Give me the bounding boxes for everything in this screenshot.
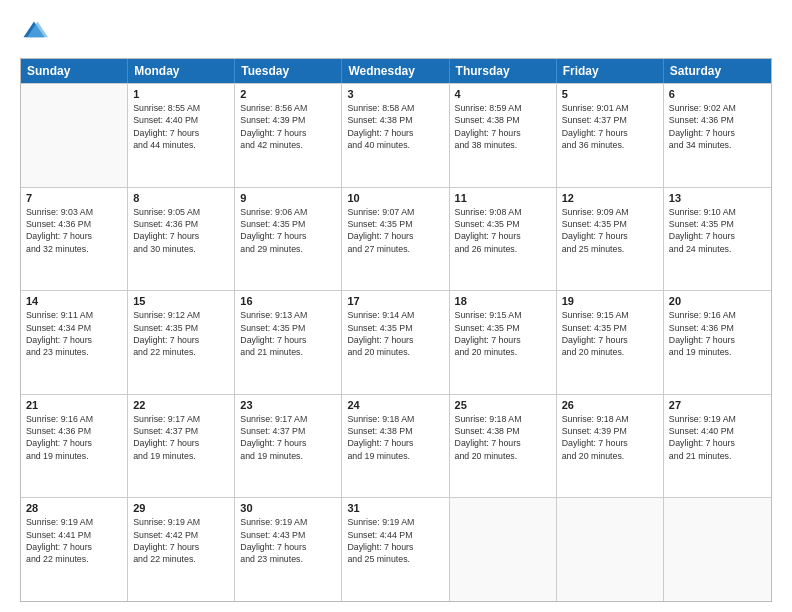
day-info: Sunrise: 8:55 AMSunset: 4:40 PMDaylight:… bbox=[133, 102, 229, 151]
weekday-header-tuesday: Tuesday bbox=[235, 59, 342, 83]
day-cell-3: 3Sunrise: 8:58 AMSunset: 4:38 PMDaylight… bbox=[342, 84, 449, 187]
day-info: Sunrise: 9:02 AMSunset: 4:36 PMDaylight:… bbox=[669, 102, 766, 151]
day-cell-12: 12Sunrise: 9:09 AMSunset: 4:35 PMDayligh… bbox=[557, 188, 664, 291]
day-info: Sunrise: 9:19 AMSunset: 4:41 PMDaylight:… bbox=[26, 516, 122, 565]
day-info: Sunrise: 9:05 AMSunset: 4:36 PMDaylight:… bbox=[133, 206, 229, 255]
day-info: Sunrise: 9:15 AMSunset: 4:35 PMDaylight:… bbox=[455, 309, 551, 358]
day-info: Sunrise: 9:11 AMSunset: 4:34 PMDaylight:… bbox=[26, 309, 122, 358]
day-cell-21: 21Sunrise: 9:16 AMSunset: 4:36 PMDayligh… bbox=[21, 395, 128, 498]
day-number: 5 bbox=[562, 88, 658, 100]
day-number: 3 bbox=[347, 88, 443, 100]
day-cell-23: 23Sunrise: 9:17 AMSunset: 4:37 PMDayligh… bbox=[235, 395, 342, 498]
day-cell-1: 1Sunrise: 8:55 AMSunset: 4:40 PMDaylight… bbox=[128, 84, 235, 187]
day-cell-31: 31Sunrise: 9:19 AMSunset: 4:44 PMDayligh… bbox=[342, 498, 449, 601]
day-cell-16: 16Sunrise: 9:13 AMSunset: 4:35 PMDayligh… bbox=[235, 291, 342, 394]
day-cell-28: 28Sunrise: 9:19 AMSunset: 4:41 PMDayligh… bbox=[21, 498, 128, 601]
day-info: Sunrise: 9:16 AMSunset: 4:36 PMDaylight:… bbox=[26, 413, 122, 462]
weekday-header-saturday: Saturday bbox=[664, 59, 771, 83]
day-cell-27: 27Sunrise: 9:19 AMSunset: 4:40 PMDayligh… bbox=[664, 395, 771, 498]
day-info: Sunrise: 9:16 AMSunset: 4:36 PMDaylight:… bbox=[669, 309, 766, 358]
weekday-header-thursday: Thursday bbox=[450, 59, 557, 83]
day-number: 19 bbox=[562, 295, 658, 307]
day-info: Sunrise: 9:03 AMSunset: 4:36 PMDaylight:… bbox=[26, 206, 122, 255]
day-number: 27 bbox=[669, 399, 766, 411]
day-cell-6: 6Sunrise: 9:02 AMSunset: 4:36 PMDaylight… bbox=[664, 84, 771, 187]
day-cell-25: 25Sunrise: 9:18 AMSunset: 4:38 PMDayligh… bbox=[450, 395, 557, 498]
day-cell-4: 4Sunrise: 8:59 AMSunset: 4:38 PMDaylight… bbox=[450, 84, 557, 187]
day-cell-17: 17Sunrise: 9:14 AMSunset: 4:35 PMDayligh… bbox=[342, 291, 449, 394]
weekday-header-wednesday: Wednesday bbox=[342, 59, 449, 83]
day-info: Sunrise: 9:19 AMSunset: 4:44 PMDaylight:… bbox=[347, 516, 443, 565]
day-info: Sunrise: 9:19 AMSunset: 4:40 PMDaylight:… bbox=[669, 413, 766, 462]
day-info: Sunrise: 9:12 AMSunset: 4:35 PMDaylight:… bbox=[133, 309, 229, 358]
header bbox=[20, 18, 772, 46]
day-info: Sunrise: 9:06 AMSunset: 4:35 PMDaylight:… bbox=[240, 206, 336, 255]
day-number: 23 bbox=[240, 399, 336, 411]
day-info: Sunrise: 8:56 AMSunset: 4:39 PMDaylight:… bbox=[240, 102, 336, 151]
day-info: Sunrise: 8:59 AMSunset: 4:38 PMDaylight:… bbox=[455, 102, 551, 151]
day-cell-20: 20Sunrise: 9:16 AMSunset: 4:36 PMDayligh… bbox=[664, 291, 771, 394]
logo-icon bbox=[20, 18, 48, 46]
day-number: 20 bbox=[669, 295, 766, 307]
day-info: Sunrise: 9:13 AMSunset: 4:35 PMDaylight:… bbox=[240, 309, 336, 358]
day-cell-8: 8Sunrise: 9:05 AMSunset: 4:36 PMDaylight… bbox=[128, 188, 235, 291]
day-info: Sunrise: 9:14 AMSunset: 4:35 PMDaylight:… bbox=[347, 309, 443, 358]
empty-cell-4-6 bbox=[664, 498, 771, 601]
day-cell-19: 19Sunrise: 9:15 AMSunset: 4:35 PMDayligh… bbox=[557, 291, 664, 394]
weekday-header-friday: Friday bbox=[557, 59, 664, 83]
day-info: Sunrise: 9:01 AMSunset: 4:37 PMDaylight:… bbox=[562, 102, 658, 151]
day-number: 30 bbox=[240, 502, 336, 514]
day-number: 28 bbox=[26, 502, 122, 514]
day-number: 9 bbox=[240, 192, 336, 204]
day-info: Sunrise: 9:17 AMSunset: 4:37 PMDaylight:… bbox=[133, 413, 229, 462]
weekday-header-monday: Monday bbox=[128, 59, 235, 83]
day-info: Sunrise: 9:18 AMSunset: 4:38 PMDaylight:… bbox=[347, 413, 443, 462]
day-number: 12 bbox=[562, 192, 658, 204]
day-number: 31 bbox=[347, 502, 443, 514]
day-cell-18: 18Sunrise: 9:15 AMSunset: 4:35 PMDayligh… bbox=[450, 291, 557, 394]
day-cell-30: 30Sunrise: 9:19 AMSunset: 4:43 PMDayligh… bbox=[235, 498, 342, 601]
day-number: 22 bbox=[133, 399, 229, 411]
day-number: 25 bbox=[455, 399, 551, 411]
day-info: Sunrise: 8:58 AMSunset: 4:38 PMDaylight:… bbox=[347, 102, 443, 151]
calendar-header: SundayMondayTuesdayWednesdayThursdayFrid… bbox=[21, 59, 771, 83]
page: SundayMondayTuesdayWednesdayThursdayFrid… bbox=[0, 0, 792, 612]
calendar-row-0: 1Sunrise: 8:55 AMSunset: 4:40 PMDaylight… bbox=[21, 83, 771, 187]
day-info: Sunrise: 9:19 AMSunset: 4:43 PMDaylight:… bbox=[240, 516, 336, 565]
day-number: 24 bbox=[347, 399, 443, 411]
day-number: 1 bbox=[133, 88, 229, 100]
day-number: 16 bbox=[240, 295, 336, 307]
day-number: 2 bbox=[240, 88, 336, 100]
day-cell-2: 2Sunrise: 8:56 AMSunset: 4:39 PMDaylight… bbox=[235, 84, 342, 187]
weekday-header-sunday: Sunday bbox=[21, 59, 128, 83]
day-cell-7: 7Sunrise: 9:03 AMSunset: 4:36 PMDaylight… bbox=[21, 188, 128, 291]
day-cell-10: 10Sunrise: 9:07 AMSunset: 4:35 PMDayligh… bbox=[342, 188, 449, 291]
day-number: 4 bbox=[455, 88, 551, 100]
day-number: 11 bbox=[455, 192, 551, 204]
day-number: 10 bbox=[347, 192, 443, 204]
day-cell-24: 24Sunrise: 9:18 AMSunset: 4:38 PMDayligh… bbox=[342, 395, 449, 498]
logo bbox=[20, 18, 52, 46]
day-info: Sunrise: 9:18 AMSunset: 4:39 PMDaylight:… bbox=[562, 413, 658, 462]
calendar-row-3: 21Sunrise: 9:16 AMSunset: 4:36 PMDayligh… bbox=[21, 394, 771, 498]
day-number: 13 bbox=[669, 192, 766, 204]
empty-cell-4-4 bbox=[450, 498, 557, 601]
empty-cell-4-5 bbox=[557, 498, 664, 601]
empty-cell-0-0 bbox=[21, 84, 128, 187]
day-cell-22: 22Sunrise: 9:17 AMSunset: 4:37 PMDayligh… bbox=[128, 395, 235, 498]
day-number: 7 bbox=[26, 192, 122, 204]
calendar: SundayMondayTuesdayWednesdayThursdayFrid… bbox=[20, 58, 772, 602]
day-cell-15: 15Sunrise: 9:12 AMSunset: 4:35 PMDayligh… bbox=[128, 291, 235, 394]
day-number: 8 bbox=[133, 192, 229, 204]
day-info: Sunrise: 9:15 AMSunset: 4:35 PMDaylight:… bbox=[562, 309, 658, 358]
calendar-row-4: 28Sunrise: 9:19 AMSunset: 4:41 PMDayligh… bbox=[21, 497, 771, 601]
day-number: 29 bbox=[133, 502, 229, 514]
day-number: 17 bbox=[347, 295, 443, 307]
day-info: Sunrise: 9:09 AMSunset: 4:35 PMDaylight:… bbox=[562, 206, 658, 255]
day-number: 26 bbox=[562, 399, 658, 411]
day-info: Sunrise: 9:17 AMSunset: 4:37 PMDaylight:… bbox=[240, 413, 336, 462]
day-number: 6 bbox=[669, 88, 766, 100]
day-info: Sunrise: 9:19 AMSunset: 4:42 PMDaylight:… bbox=[133, 516, 229, 565]
day-cell-5: 5Sunrise: 9:01 AMSunset: 4:37 PMDaylight… bbox=[557, 84, 664, 187]
day-cell-13: 13Sunrise: 9:10 AMSunset: 4:35 PMDayligh… bbox=[664, 188, 771, 291]
